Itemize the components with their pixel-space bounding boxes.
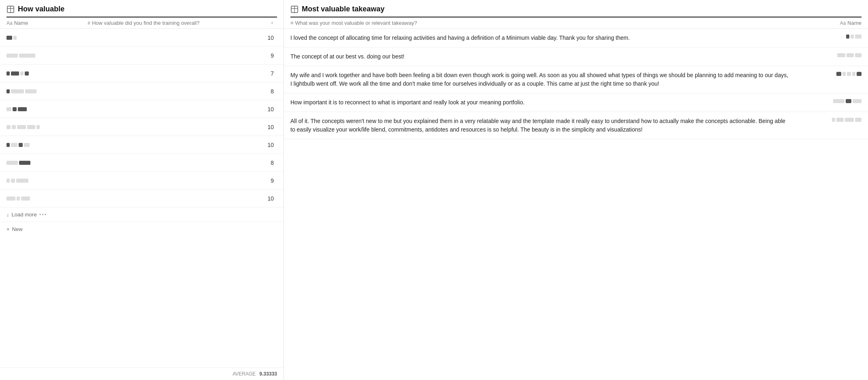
row-text: The concept of at our best vs. doing our… xyxy=(290,52,789,61)
table-row[interactable]: 10 xyxy=(0,29,284,47)
table-icon-right xyxy=(290,5,299,13)
table-row[interactable]: 10 xyxy=(0,190,284,207)
right-data-rows: I loved the concept of allocating time f… xyxy=(284,29,868,139)
row-text: All of it. The concepts weren't new to m… xyxy=(290,117,789,134)
row-name xyxy=(6,196,88,201)
left-col-name-header: Aa Name xyxy=(6,20,88,26)
table-row[interactable]: 10 xyxy=(0,136,284,154)
row-value: 10 xyxy=(88,195,277,202)
right-title-text: Most valuable takeaway xyxy=(302,5,385,13)
right-panel-header: Most valuable takeaway xyxy=(284,0,868,17)
row-text: How important it is to reconnect to what… xyxy=(290,98,789,107)
left-data-rows: 109781010108910 xyxy=(0,29,284,207)
row-name xyxy=(6,161,88,165)
average-label: AVERAGE xyxy=(232,371,256,377)
load-more-button[interactable]: ↓ Load more ••• xyxy=(0,207,284,222)
row-value: 8 xyxy=(88,160,277,166)
value-type-icon: # xyxy=(88,20,90,26)
left-panel-title: How valuable xyxy=(6,5,277,17)
row-name xyxy=(6,71,88,76)
right-col-headers: ≡ What was your most valuable or relevan… xyxy=(284,17,868,29)
table-row[interactable]: All of it. The concepts weren't new to m… xyxy=(284,112,868,139)
value-col-label: How valuable did you find the training o… xyxy=(92,20,200,26)
left-col-headers: Aa Name # How valuable did you find the … xyxy=(0,17,284,29)
right-col-name-header: Aa Name xyxy=(789,20,862,26)
row-name xyxy=(6,125,88,129)
row-text: My wife and I work together and have bot… xyxy=(290,71,789,88)
right-col-text-header: ≡ What was your most valuable or relevan… xyxy=(290,20,789,26)
row-name xyxy=(789,117,862,122)
arrow-down-icon: ↓ xyxy=(6,212,9,218)
name-col-label: Name xyxy=(14,20,28,26)
average-row: AVERAGE 9.33333 xyxy=(0,367,284,380)
table-row[interactable]: The concept of at our best vs. doing our… xyxy=(284,48,868,66)
right-name-type-icon: Aa xyxy=(840,20,846,26)
row-value: 10 xyxy=(88,142,277,148)
row-name xyxy=(6,36,88,40)
table-row[interactable]: 10 xyxy=(0,100,284,118)
left-col-value-header: # How valuable did you find the training… xyxy=(88,20,267,26)
right-name-col-label: Name xyxy=(847,20,862,26)
name-type-icon: Aa xyxy=(6,20,13,26)
table-row[interactable]: 7 xyxy=(0,65,284,82)
row-value: 10 xyxy=(88,35,277,41)
new-label: New xyxy=(12,226,23,232)
new-row-button[interactable]: + New xyxy=(0,222,284,236)
row-value: 8 xyxy=(88,88,277,95)
right-panel-title: Most valuable takeaway xyxy=(290,5,862,17)
table-row[interactable]: 9 xyxy=(0,47,284,65)
table-row[interactable]: 8 xyxy=(0,82,284,100)
row-name xyxy=(789,34,862,39)
left-panel-header: How valuable xyxy=(0,0,284,17)
row-value: 9 xyxy=(88,52,277,59)
left-panel: How valuable Aa Name # How valuable did … xyxy=(0,0,284,380)
table-row[interactable]: 10 xyxy=(0,118,284,136)
lines-icon: ≡ xyxy=(290,20,294,26)
add-column-button[interactable]: + xyxy=(267,20,277,26)
row-name xyxy=(789,71,862,76)
table-row[interactable]: 9 xyxy=(0,172,284,190)
left-title-text: How valuable xyxy=(18,5,64,13)
row-value: 7 xyxy=(88,70,277,77)
table-row[interactable]: 8 xyxy=(0,154,284,172)
row-text: I loved the concept of allocating time f… xyxy=(290,34,789,42)
plus-icon: + xyxy=(6,226,10,232)
row-name xyxy=(6,179,88,183)
table-row[interactable]: How important it is to reconnect to what… xyxy=(284,93,868,112)
average-value: 9.33333 xyxy=(260,371,277,377)
load-more-label: Load more xyxy=(12,212,37,218)
load-more-dots: ••• xyxy=(39,212,47,218)
row-value: 10 xyxy=(88,106,277,112)
row-name xyxy=(6,89,88,93)
row-value: 9 xyxy=(88,177,277,184)
row-name xyxy=(6,107,88,111)
row-name xyxy=(789,52,862,57)
table-row[interactable]: My wife and I work together and have bot… xyxy=(284,66,868,93)
text-col-label: What was your most valuable or relevant … xyxy=(295,20,417,26)
row-value: 10 xyxy=(88,124,277,130)
row-name xyxy=(789,98,862,103)
table-row[interactable]: I loved the concept of allocating time f… xyxy=(284,29,868,48)
table-icon-left xyxy=(6,5,15,13)
row-name xyxy=(6,143,88,147)
row-name xyxy=(6,54,88,58)
right-panel: Most valuable takeaway ≡ What was your m… xyxy=(284,0,868,380)
